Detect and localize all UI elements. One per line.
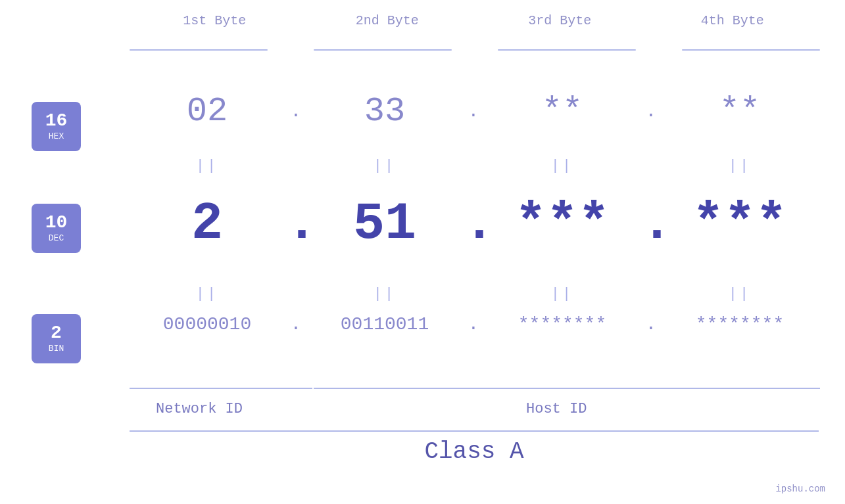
badge-hex-number: 16 <box>45 112 68 130</box>
hex-val-2: 33 <box>306 92 464 131</box>
double-bars-2: || || || || <box>128 286 819 302</box>
col-header-2: 2nd Byte <box>301 13 474 28</box>
dbar-1-1: || <box>128 158 286 174</box>
bin-val-2: 00110011 <box>306 314 464 334</box>
dec-val-4: *** <box>661 194 819 254</box>
dec-val-3: *** <box>483 194 641 254</box>
bin-val-1: 00000010 <box>128 314 286 334</box>
class-a-line <box>130 430 819 432</box>
hex-dot-3: . <box>641 101 661 122</box>
dec-val-1: 2 <box>128 194 286 254</box>
dbar-1-2: || <box>306 158 464 174</box>
class-a-label: Class A <box>130 438 819 465</box>
dbar-sep-4 <box>286 286 306 302</box>
hex-dot-2: . <box>464 101 483 122</box>
badge-hex: 16 HEX <box>32 102 81 151</box>
dbar-2-1: || <box>128 286 286 302</box>
row-bin: 00000010 . 00110011 . ******** . *******… <box>128 314 819 334</box>
hex-val-4: ** <box>661 92 819 131</box>
dbar-sep-1 <box>286 158 306 174</box>
dec-dot-1: . <box>286 194 306 254</box>
watermark: ipshu.com <box>775 484 825 494</box>
badge-dec-number: 10 <box>45 214 68 232</box>
row-dec: 2 . 51 . *** . *** <box>128 194 819 254</box>
badge-bin: 2 BIN <box>32 314 81 363</box>
dbar-sep-3 <box>641 158 661 174</box>
bracket-line-4 <box>682 49 820 51</box>
bracket-line-2 <box>314 49 452 51</box>
dec-dot-3: . <box>641 194 661 254</box>
network-id-label: Network ID <box>156 401 243 417</box>
class-a-container: Class A <box>130 430 819 465</box>
col-header-4: 4th Byte <box>646 13 819 28</box>
dec-dot-2: . <box>464 194 483 254</box>
dbar-sep-2 <box>464 158 483 174</box>
badge-dec-label: DEC <box>49 233 64 243</box>
dbar-2-4: || <box>661 286 819 302</box>
hex-val-3: ** <box>483 92 641 131</box>
dbar-2-3: || <box>483 286 641 302</box>
col-header-3: 3rd Byte <box>473 13 646 28</box>
bracket-line-1 <box>130 49 268 51</box>
dbar-sep-6 <box>641 286 661 302</box>
bottom-bracket-host <box>314 388 820 389</box>
col-header-1: 1st Byte <box>128 13 301 28</box>
bin-dot-3: . <box>641 314 661 334</box>
bin-val-4: ******** <box>661 314 819 334</box>
double-bars-1: || || || || <box>128 158 819 174</box>
main-container: 16 HEX 10 DEC 2 BIN 1st Byte 2nd Byte 3r… <box>0 0 845 504</box>
badge-bin-label: BIN <box>49 344 64 354</box>
bracket-line-3 <box>498 49 636 51</box>
row-hex: 02 . 33 . ** . ** <box>128 92 819 131</box>
badge-dec: 10 DEC <box>32 204 81 253</box>
bin-val-3: ******** <box>483 314 641 334</box>
badge-hex-label: HEX <box>49 131 64 141</box>
bin-dot-1: . <box>286 314 306 334</box>
dbar-1-3: || <box>483 158 641 174</box>
dbar-sep-5 <box>464 286 483 302</box>
dbar-2-2: || <box>306 286 464 302</box>
host-id-label: Host ID <box>526 401 587 417</box>
badge-bin-number: 2 <box>51 324 62 342</box>
hex-dot-1: . <box>286 101 306 122</box>
dbar-1-4: || <box>661 158 819 174</box>
bottom-bracket-network <box>130 388 312 389</box>
hex-val-1: 02 <box>128 92 286 131</box>
bin-dot-2: . <box>464 314 483 334</box>
dec-val-2: 51 <box>306 194 464 254</box>
column-headers: 1st Byte 2nd Byte 3rd Byte 4th Byte <box>128 13 819 28</box>
